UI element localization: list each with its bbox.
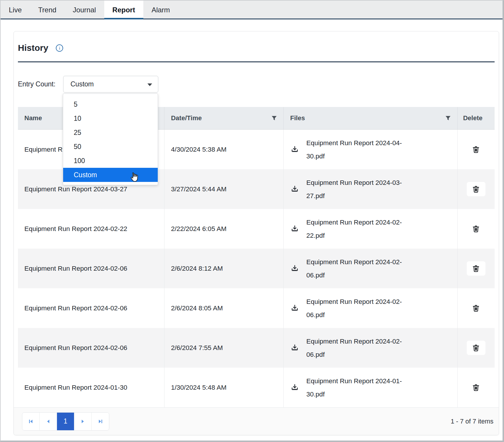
table-row: Equipment Run Report 2024-02-22 2/22/202… bbox=[18, 209, 495, 249]
delete-cell bbox=[458, 288, 495, 328]
dropdown-option-25[interactable]: 25 bbox=[63, 125, 158, 140]
file-download-link[interactable]: Equipment Run Report 2024-01-30.pdf bbox=[291, 374, 416, 401]
delete-button[interactable] bbox=[467, 380, 485, 395]
download-icon bbox=[291, 264, 299, 272]
datetime-cell: 2/22/2024 6:05 AM bbox=[164, 209, 284, 249]
column-header-files[interactable]: Files bbox=[284, 107, 458, 129]
file-download-link[interactable]: Equipment Run Report 2024-03-27.pdf bbox=[291, 176, 416, 202]
download-icon bbox=[291, 384, 299, 391]
delete-button[interactable] bbox=[467, 142, 485, 157]
caret-down-icon bbox=[147, 83, 152, 86]
tab-trend[interactable]: Trend bbox=[30, 1, 65, 19]
dropdown-option-50[interactable]: 50 bbox=[63, 140, 158, 154]
column-header-delete: Delete bbox=[458, 107, 495, 129]
datetime-cell: 1/30/2024 5:48 AM bbox=[164, 368, 284, 407]
heading-divider bbox=[18, 61, 495, 62]
name-cell: Equipment Run Report 2024-01-30 bbox=[18, 368, 164, 407]
trash-icon bbox=[472, 185, 480, 193]
filter-icon[interactable] bbox=[445, 115, 451, 121]
files-cell: Equipment Run Report 2024-02-06.pdf bbox=[284, 328, 458, 368]
dropdown-option-10[interactable]: 10 bbox=[63, 111, 158, 125]
trash-icon bbox=[472, 344, 480, 352]
file-name: Equipment Run Report 2024-03-27.pdf bbox=[306, 176, 416, 202]
name-cell: Equipment Run Report 2024-02-06 bbox=[18, 288, 164, 328]
file-download-link[interactable]: Equipment Run Report 2024-04-30.pdf bbox=[291, 136, 416, 163]
info-icon[interactable]: i bbox=[56, 44, 63, 52]
first-page-icon bbox=[28, 419, 33, 424]
column-label: Files bbox=[290, 114, 305, 122]
file-download-link[interactable]: Equipment Run Report 2024-02-06.pdf bbox=[291, 295, 416, 322]
first-page-button[interactable] bbox=[22, 413, 40, 430]
table-row: Equipment Run Report 2024-02-06 2/6/2024… bbox=[18, 249, 495, 288]
delete-cell bbox=[458, 328, 495, 368]
last-page-button[interactable] bbox=[92, 413, 109, 430]
next-page-button[interactable] bbox=[74, 413, 92, 430]
next-page-icon bbox=[80, 419, 85, 424]
delete-cell bbox=[458, 249, 495, 288]
delete-button[interactable] bbox=[467, 261, 485, 276]
delete-cell bbox=[458, 130, 495, 169]
trash-icon bbox=[472, 264, 480, 272]
datetime-cell: 3/27/2024 5:44 AM bbox=[164, 169, 284, 209]
delete-cell bbox=[458, 368, 495, 407]
tab-label: Alarm bbox=[152, 6, 170, 14]
table-row: Equipment Run Report 2024-01-30 1/30/202… bbox=[18, 368, 495, 407]
mouse-cursor-icon bbox=[129, 172, 139, 183]
file-name: Equipment Run Report 2024-02-06.pdf bbox=[306, 295, 416, 322]
column-header-datetime[interactable]: Date/Time bbox=[164, 107, 284, 129]
pagination: 1 bbox=[22, 412, 109, 431]
name-cell: Equipment Run Report 2024-02-06 bbox=[18, 328, 164, 368]
entry-count-dropdown: 5 10 25 50 100 Custom bbox=[63, 93, 158, 185]
table-footer: 1 1 - 7 of 7 items bbox=[14, 407, 499, 435]
tab-journal[interactable]: Journal bbox=[65, 1, 104, 19]
tab-alarm[interactable]: Alarm bbox=[143, 1, 178, 19]
tab-label: Live bbox=[9, 6, 22, 14]
file-download-link[interactable]: Equipment Run Report 2024-02-06.pdf bbox=[291, 335, 416, 361]
column-label: Delete bbox=[463, 114, 483, 122]
current-page-button[interactable]: 1 bbox=[57, 413, 74, 430]
download-icon bbox=[291, 225, 299, 233]
datetime-cell: 2/6/2024 8:12 AM bbox=[164, 249, 284, 288]
file-name: Equipment Run Report 2024-02-22.pdf bbox=[306, 216, 416, 242]
dropdown-option-100[interactable]: 100 bbox=[63, 154, 158, 168]
files-cell: Equipment Run Report 2024-03-27.pdf bbox=[284, 169, 458, 209]
filter-icon[interactable] bbox=[271, 115, 277, 121]
files-cell: Equipment Run Report 2024-02-06.pdf bbox=[284, 288, 458, 328]
entry-count-select[interactable]: Custom bbox=[63, 76, 158, 93]
download-icon bbox=[291, 145, 299, 153]
download-icon bbox=[291, 304, 299, 312]
delete-button[interactable] bbox=[467, 301, 485, 315]
trash-icon bbox=[472, 225, 480, 233]
delete-button[interactable] bbox=[467, 222, 485, 236]
app-window: Live Trend Journal Report Alarm History … bbox=[0, 0, 504, 442]
table-row: Equipment Run Report 2024-02-06 2/6/2024… bbox=[18, 288, 495, 328]
datetime-cell: 2/6/2024 7:55 AM bbox=[164, 328, 284, 368]
trash-icon bbox=[472, 145, 480, 153]
dropdown-option-5[interactable]: 5 bbox=[63, 97, 158, 111]
page-title: History bbox=[18, 43, 48, 53]
trash-icon bbox=[472, 304, 480, 312]
items-summary: 1 - 7 of 7 items bbox=[451, 418, 493, 425]
previous-page-icon bbox=[46, 419, 51, 424]
file-download-link[interactable]: Equipment Run Report 2024-02-06.pdf bbox=[291, 255, 416, 282]
tab-report[interactable]: Report bbox=[104, 1, 143, 19]
last-page-icon bbox=[98, 419, 103, 424]
entry-count-value: Custom bbox=[70, 80, 94, 88]
file-download-link[interactable]: Equipment Run Report 2024-02-22.pdf bbox=[291, 216, 416, 242]
file-name: Equipment Run Report 2024-01-30.pdf bbox=[306, 374, 416, 401]
delete-button[interactable] bbox=[467, 182, 485, 196]
name-cell: Equipment Run Report 2024-02-06 bbox=[18, 249, 164, 288]
files-cell: Equipment Run Report 2024-04-30.pdf bbox=[284, 130, 458, 169]
table-row: Equipment Run Report 2024-02-06 2/6/2024… bbox=[18, 328, 495, 368]
files-cell: Equipment Run Report 2024-02-22.pdf bbox=[284, 209, 458, 249]
previous-page-button[interactable] bbox=[40, 413, 57, 430]
delete-cell bbox=[458, 169, 495, 209]
tab-label: Journal bbox=[73, 6, 96, 14]
delete-button[interactable] bbox=[467, 341, 485, 355]
download-icon bbox=[291, 185, 299, 193]
dropdown-option-custom[interactable]: Custom bbox=[63, 168, 158, 182]
column-label: Date/Time bbox=[171, 114, 202, 122]
tab-live[interactable]: Live bbox=[1, 1, 30, 19]
page-head: History i bbox=[18, 31, 495, 54]
entry-count-label: Entry Count: bbox=[18, 80, 63, 88]
